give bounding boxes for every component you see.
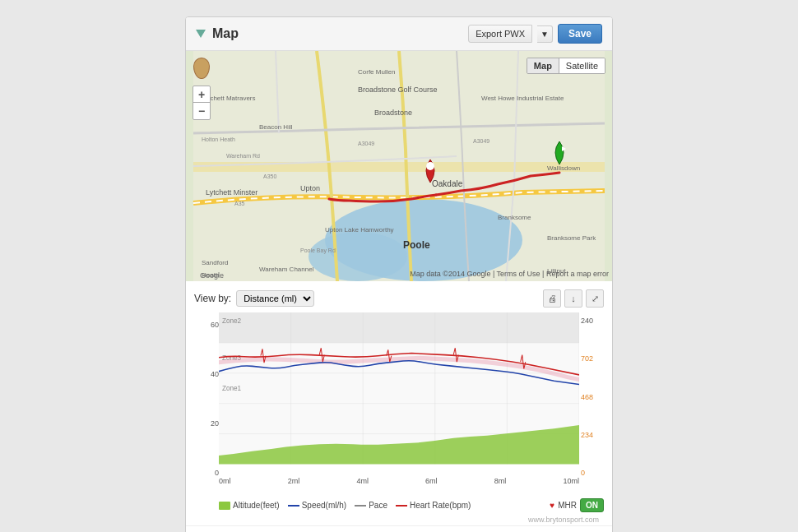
mhr-toggle-button[interactable]: ON (580, 498, 604, 512)
map-controls: + − (193, 58, 211, 120)
svg-text:Beacon Hill: Beacon Hill (259, 123, 293, 131)
svg-text:Branksome: Branksome (498, 214, 531, 221)
svg-point-29 (426, 162, 434, 170)
hr-color-swatch (396, 505, 407, 507)
svg-text:Zone2: Zone2 (222, 317, 241, 325)
speed-legend-label: Speed(ml/h) (302, 501, 346, 510)
y-axis-right: 240 702 468 234 0 (579, 312, 604, 493)
zoom-controls: + − (193, 86, 211, 120)
legend-pace: Pace (355, 501, 387, 510)
svg-text:Oakdale: Oakdale (432, 179, 463, 188)
print-icon-button[interactable]: 🖨 (543, 289, 561, 308)
bryton-credit: www.brytonsport.com (194, 516, 604, 525)
svg-text:Poole: Poole (403, 239, 430, 251)
zoom-in-button[interactable]: + (193, 86, 210, 103)
chart-legend: Altitude(feet) Speed(ml/h) Pace Heart Ra… (194, 493, 604, 516)
svg-rect-3 (193, 162, 605, 172)
map-header: Map Export PWX ▼ Save (186, 17, 612, 51)
legend-speed: Speed(ml/h) (288, 501, 346, 510)
mhr-label: MHR (558, 501, 577, 510)
pace-color-swatch (355, 505, 366, 507)
header-right: Export PWX ▼ Save (468, 24, 602, 44)
chart-main: Zone2 Zone3 Zone1 (219, 312, 579, 493)
svg-text:Sandford: Sandford (202, 259, 228, 266)
y-right-702: 702 (581, 354, 604, 363)
x-label-8ml: 8ml (494, 477, 507, 485)
svg-text:A35: A35 (234, 201, 245, 206)
triangle-icon (196, 30, 206, 38)
altitude-color-swatch (219, 502, 230, 510)
main-container: Map Export PWX ▼ Save (185, 16, 613, 532)
svg-text:Broadstone: Broadstone (374, 109, 412, 117)
fullscreen-icon-button[interactable]: ⤢ (586, 289, 604, 308)
svg-text:Google: Google (200, 271, 224, 280)
svg-text:A3049: A3049 (473, 138, 489, 144)
mhr-toggle: ♥ MHR ON (550, 498, 604, 512)
svg-text:Branksome Park: Branksome Park (547, 234, 596, 242)
svg-text:Poole Bay Rd: Poole Bay Rd (300, 247, 336, 254)
y-left-40: 40 (194, 370, 219, 378)
svg-text:Wareham Rd: Wareham Rd (226, 153, 260, 159)
x-label-0ml: 0ml (219, 477, 231, 485)
map-type-map-button[interactable]: Map (527, 58, 559, 73)
distance-select[interactable]: Distance (ml) (236, 290, 314, 307)
svg-rect-41 (219, 312, 579, 343)
svg-text:Broadstone Golf Course: Broadstone Golf Course (358, 86, 438, 94)
svg-text:Upton: Upton (300, 184, 320, 192)
hr-legend-label: Heart Rate(bpm) (410, 501, 471, 510)
svg-text:West Howe Industrial Estate: West Howe Industrial Estate (481, 95, 564, 102)
x-label-2ml: 2ml (288, 477, 300, 485)
svg-text:Corfe Mullen: Corfe Mullen (358, 68, 395, 76)
legend-hr: Heart Rate(bpm) (396, 501, 471, 510)
y-right-240: 240 (581, 317, 604, 325)
y-right-468: 468 (581, 393, 604, 401)
altitude-legend-label: Altitude(feet) (233, 501, 280, 510)
y-left-60: 60 (194, 321, 219, 329)
chart-area: View by: Distance (ml) 🖨 ↓ ⤢ 60 40 20 0 (186, 281, 612, 525)
chart-wrapper: 60 40 20 0 (194, 312, 604, 493)
y-left-0: 0 (194, 469, 219, 477)
pegman-icon[interactable] (193, 58, 210, 79)
svg-text:A350: A350 (263, 173, 276, 179)
chart-icon-buttons: 🖨 ↓ ⤢ (543, 289, 604, 308)
x-label-6ml: 6ml (425, 477, 438, 485)
bottom-bar: ♥ Save to Collection ✚ Share 🔗 Link (186, 525, 612, 532)
map-area: Lytchett Matravers Beacon Hill Broadston… (186, 51, 612, 281)
svg-point-2 (309, 232, 407, 281)
chart-toolbar: View by: Distance (ml) 🖨 ↓ ⤢ (194, 289, 604, 308)
svg-text:Lytchett Minster: Lytchett Minster (206, 188, 257, 197)
map-image: Lytchett Matravers Beacon Hill Broadston… (186, 51, 612, 281)
download-icon-button[interactable]: ↓ (564, 289, 582, 308)
x-axis: 0ml 2ml 4ml 6ml 8ml 10ml (219, 475, 579, 485)
map-title: Map (212, 26, 239, 41)
y-axis-left: 60 40 20 0 (194, 312, 219, 493)
y-right-234: 234 (581, 431, 604, 439)
x-label-4ml: 4ml (356, 477, 369, 485)
map-type-satellite-button[interactable]: Satellite (559, 58, 605, 73)
view-by-control: View by: Distance (ml) (194, 290, 314, 307)
save-button[interactable]: Save (558, 24, 602, 44)
zoom-out-button[interactable]: − (193, 103, 210, 119)
svg-text:Wallisdown: Wallisdown (547, 164, 580, 172)
pace-legend-label: Pace (369, 501, 387, 510)
svg-text:Wareham Channel: Wareham Channel (259, 266, 314, 273)
map-attribution: Map data ©2014 Google | Terms of Use | R… (410, 270, 609, 278)
y-right-0: 0 (581, 469, 604, 477)
export-pwx-button[interactable]: Export PWX (468, 25, 532, 43)
legend-altitude: Altitude(feet) (219, 501, 280, 510)
svg-text:Upton Lake Hamworthy: Upton Lake Hamworthy (325, 226, 394, 234)
speed-color-swatch (288, 505, 299, 507)
svg-text:Zone1: Zone1 (222, 384, 241, 392)
view-by-label: View by: (194, 293, 231, 304)
heart-icon: ♥ (550, 501, 554, 510)
svg-text:A3049: A3049 (358, 141, 374, 146)
svg-text:Holton Heath: Holton Heath (202, 136, 235, 142)
map-type-buttons: Map Satellite (527, 58, 605, 74)
chart-svg: Zone2 Zone3 Zone1 (219, 312, 579, 473)
header-left: Map (196, 26, 239, 41)
y-left-20: 20 (194, 419, 219, 428)
x-label-10ml: 10ml (563, 477, 579, 485)
export-dropdown-button[interactable]: ▼ (537, 25, 553, 43)
